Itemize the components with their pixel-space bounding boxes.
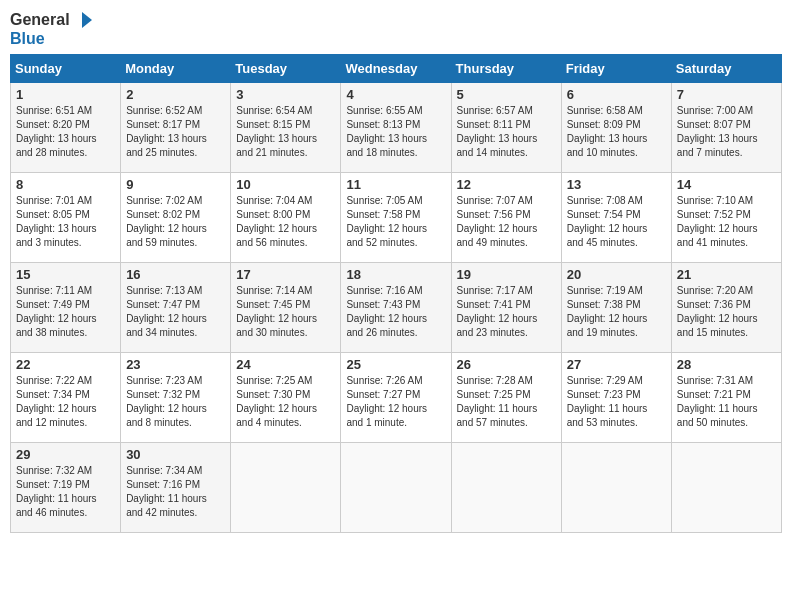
- calendar-cell: 8Sunrise: 7:01 AMSunset: 8:05 PMDaylight…: [11, 173, 121, 263]
- logo-general: General: [10, 11, 70, 29]
- calendar-cell: 13Sunrise: 7:08 AMSunset: 7:54 PMDayligh…: [561, 173, 671, 263]
- day-number: 23: [126, 357, 225, 372]
- day-number: 21: [677, 267, 776, 282]
- week-row-2: 8Sunrise: 7:01 AMSunset: 8:05 PMDaylight…: [11, 173, 782, 263]
- day-number: 4: [346, 87, 445, 102]
- weekday-header-thursday: Thursday: [451, 55, 561, 83]
- calendar-cell: 26Sunrise: 7:28 AMSunset: 7:25 PMDayligh…: [451, 353, 561, 443]
- calendar-cell: 21Sunrise: 7:20 AMSunset: 7:36 PMDayligh…: [671, 263, 781, 353]
- cell-info: Sunrise: 7:34 AMSunset: 7:16 PMDaylight:…: [126, 464, 225, 520]
- week-row-3: 15Sunrise: 7:11 AMSunset: 7:49 PMDayligh…: [11, 263, 782, 353]
- day-number: 11: [346, 177, 445, 192]
- cell-info: Sunrise: 7:22 AMSunset: 7:34 PMDaylight:…: [16, 374, 115, 430]
- page-header: General Blue: [10, 10, 782, 48]
- calendar-table: SundayMondayTuesdayWednesdayThursdayFrid…: [10, 54, 782, 533]
- cell-info: Sunrise: 7:10 AMSunset: 7:52 PMDaylight:…: [677, 194, 776, 250]
- day-number: 25: [346, 357, 445, 372]
- calendar-cell: 5Sunrise: 6:57 AMSunset: 8:11 PMDaylight…: [451, 83, 561, 173]
- calendar-cell: 18Sunrise: 7:16 AMSunset: 7:43 PMDayligh…: [341, 263, 451, 353]
- calendar-cell: 27Sunrise: 7:29 AMSunset: 7:23 PMDayligh…: [561, 353, 671, 443]
- calendar-cell: 2Sunrise: 6:52 AMSunset: 8:17 PMDaylight…: [121, 83, 231, 173]
- day-number: 1: [16, 87, 115, 102]
- day-number: 7: [677, 87, 776, 102]
- calendar-cell: 9Sunrise: 7:02 AMSunset: 8:02 PMDaylight…: [121, 173, 231, 263]
- calendar-cell: 24Sunrise: 7:25 AMSunset: 7:30 PMDayligh…: [231, 353, 341, 443]
- calendar-cell: 22Sunrise: 7:22 AMSunset: 7:34 PMDayligh…: [11, 353, 121, 443]
- calendar-cell: 16Sunrise: 7:13 AMSunset: 7:47 PMDayligh…: [121, 263, 231, 353]
- calendar-cell: 7Sunrise: 7:00 AMSunset: 8:07 PMDaylight…: [671, 83, 781, 173]
- week-row-1: 1Sunrise: 6:51 AMSunset: 8:20 PMDaylight…: [11, 83, 782, 173]
- weekday-header-wednesday: Wednesday: [341, 55, 451, 83]
- day-number: 24: [236, 357, 335, 372]
- calendar-cell: 28Sunrise: 7:31 AMSunset: 7:21 PMDayligh…: [671, 353, 781, 443]
- day-number: 13: [567, 177, 666, 192]
- cell-info: Sunrise: 6:57 AMSunset: 8:11 PMDaylight:…: [457, 104, 556, 160]
- cell-info: Sunrise: 7:25 AMSunset: 7:30 PMDaylight:…: [236, 374, 335, 430]
- day-number: 28: [677, 357, 776, 372]
- cell-info: Sunrise: 7:08 AMSunset: 7:54 PMDaylight:…: [567, 194, 666, 250]
- day-number: 9: [126, 177, 225, 192]
- day-number: 2: [126, 87, 225, 102]
- calendar-cell: 6Sunrise: 6:58 AMSunset: 8:09 PMDaylight…: [561, 83, 671, 173]
- cell-info: Sunrise: 7:00 AMSunset: 8:07 PMDaylight:…: [677, 104, 776, 160]
- day-number: 27: [567, 357, 666, 372]
- calendar-cell: 19Sunrise: 7:17 AMSunset: 7:41 PMDayligh…: [451, 263, 561, 353]
- logo-blue: Blue: [10, 30, 45, 48]
- cell-info: Sunrise: 6:52 AMSunset: 8:17 PMDaylight:…: [126, 104, 225, 160]
- week-row-5: 29Sunrise: 7:32 AMSunset: 7:19 PMDayligh…: [11, 443, 782, 533]
- calendar-cell: 25Sunrise: 7:26 AMSunset: 7:27 PMDayligh…: [341, 353, 451, 443]
- day-number: 3: [236, 87, 335, 102]
- calendar-cell: 30Sunrise: 7:34 AMSunset: 7:16 PMDayligh…: [121, 443, 231, 533]
- cell-info: Sunrise: 7:20 AMSunset: 7:36 PMDaylight:…: [677, 284, 776, 340]
- calendar-cell: 23Sunrise: 7:23 AMSunset: 7:32 PMDayligh…: [121, 353, 231, 443]
- weekday-header-saturday: Saturday: [671, 55, 781, 83]
- day-number: 17: [236, 267, 335, 282]
- cell-info: Sunrise: 6:58 AMSunset: 8:09 PMDaylight:…: [567, 104, 666, 160]
- cell-info: Sunrise: 7:16 AMSunset: 7:43 PMDaylight:…: [346, 284, 445, 340]
- day-number: 18: [346, 267, 445, 282]
- weekday-header-friday: Friday: [561, 55, 671, 83]
- cell-info: Sunrise: 7:19 AMSunset: 7:38 PMDaylight:…: [567, 284, 666, 340]
- logo-arrow: [72, 10, 92, 30]
- day-number: 10: [236, 177, 335, 192]
- week-row-4: 22Sunrise: 7:22 AMSunset: 7:34 PMDayligh…: [11, 353, 782, 443]
- cell-info: Sunrise: 6:54 AMSunset: 8:15 PMDaylight:…: [236, 104, 335, 160]
- weekday-header-tuesday: Tuesday: [231, 55, 341, 83]
- cell-info: Sunrise: 7:29 AMSunset: 7:23 PMDaylight:…: [567, 374, 666, 430]
- calendar-cell: [561, 443, 671, 533]
- cell-info: Sunrise: 7:17 AMSunset: 7:41 PMDaylight:…: [457, 284, 556, 340]
- calendar-cell: 10Sunrise: 7:04 AMSunset: 8:00 PMDayligh…: [231, 173, 341, 263]
- cell-info: Sunrise: 7:04 AMSunset: 8:00 PMDaylight:…: [236, 194, 335, 250]
- calendar-cell: 1Sunrise: 6:51 AMSunset: 8:20 PMDaylight…: [11, 83, 121, 173]
- cell-info: Sunrise: 7:11 AMSunset: 7:49 PMDaylight:…: [16, 284, 115, 340]
- day-number: 14: [677, 177, 776, 192]
- calendar-cell: 12Sunrise: 7:07 AMSunset: 7:56 PMDayligh…: [451, 173, 561, 263]
- day-number: 26: [457, 357, 556, 372]
- calendar-cell: [341, 443, 451, 533]
- cell-info: Sunrise: 6:55 AMSunset: 8:13 PMDaylight:…: [346, 104, 445, 160]
- cell-info: Sunrise: 7:28 AMSunset: 7:25 PMDaylight:…: [457, 374, 556, 430]
- cell-info: Sunrise: 7:05 AMSunset: 7:58 PMDaylight:…: [346, 194, 445, 250]
- weekday-header-sunday: Sunday: [11, 55, 121, 83]
- weekday-header-row: SundayMondayTuesdayWednesdayThursdayFrid…: [11, 55, 782, 83]
- day-number: 12: [457, 177, 556, 192]
- day-number: 22: [16, 357, 115, 372]
- weekday-header-monday: Monday: [121, 55, 231, 83]
- calendar-cell: 3Sunrise: 6:54 AMSunset: 8:15 PMDaylight…: [231, 83, 341, 173]
- calendar-cell: [451, 443, 561, 533]
- cell-info: Sunrise: 7:26 AMSunset: 7:27 PMDaylight:…: [346, 374, 445, 430]
- calendar-cell: 15Sunrise: 7:11 AMSunset: 7:49 PMDayligh…: [11, 263, 121, 353]
- cell-info: Sunrise: 6:51 AMSunset: 8:20 PMDaylight:…: [16, 104, 115, 160]
- day-number: 29: [16, 447, 115, 462]
- day-number: 16: [126, 267, 225, 282]
- cell-info: Sunrise: 7:31 AMSunset: 7:21 PMDaylight:…: [677, 374, 776, 430]
- calendar-cell: [671, 443, 781, 533]
- calendar-cell: 20Sunrise: 7:19 AMSunset: 7:38 PMDayligh…: [561, 263, 671, 353]
- day-number: 19: [457, 267, 556, 282]
- cell-info: Sunrise: 7:14 AMSunset: 7:45 PMDaylight:…: [236, 284, 335, 340]
- calendar-cell: 11Sunrise: 7:05 AMSunset: 7:58 PMDayligh…: [341, 173, 451, 263]
- calendar-cell: 4Sunrise: 6:55 AMSunset: 8:13 PMDaylight…: [341, 83, 451, 173]
- calendar-cell: 14Sunrise: 7:10 AMSunset: 7:52 PMDayligh…: [671, 173, 781, 263]
- cell-info: Sunrise: 7:23 AMSunset: 7:32 PMDaylight:…: [126, 374, 225, 430]
- calendar-cell: [231, 443, 341, 533]
